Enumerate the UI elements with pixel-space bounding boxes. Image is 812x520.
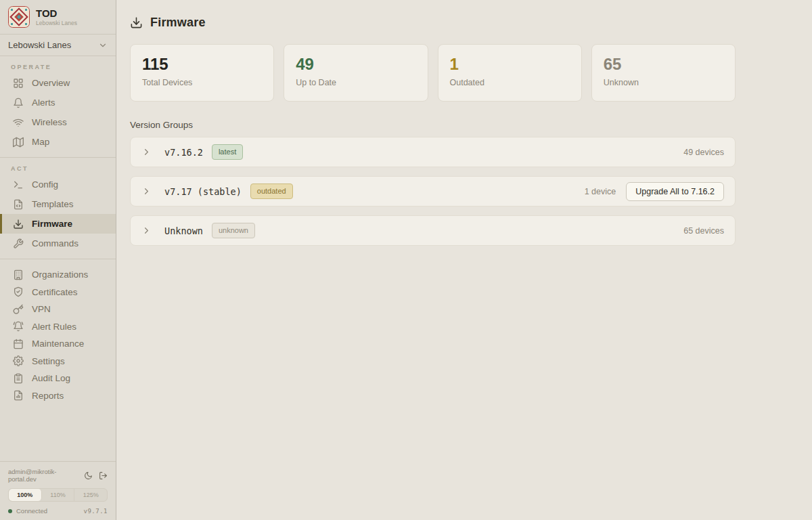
- version-groups-list: v7.16.2 latest 49 devices v7.17 (stable)…: [130, 137, 736, 246]
- download-icon: [130, 16, 143, 29]
- building-icon: [13, 269, 24, 280]
- version-group-row[interactable]: v7.17 (stable) outdated 1 device Upgrade…: [130, 176, 736, 207]
- stat-label: Unknown: [604, 78, 723, 87]
- sidebar-item-vpn[interactable]: VPN: [0, 301, 116, 318]
- chevron-right-icon[interactable]: [141, 186, 152, 196]
- main-content: Firmware 115 Total Devices 49 Up to Date…: [116, 0, 812, 520]
- sidebar-item-organizations[interactable]: Organizations: [0, 266, 116, 284]
- user-email: admin@mikrotik-portal.dev: [8, 468, 78, 483]
- ui-zoom-control: 100% 110% 125%: [8, 488, 108, 502]
- sidebar-item-templates[interactable]: Templates: [0, 194, 116, 214]
- device-count: 1 device: [585, 187, 616, 196]
- sidebar-item-label: Firmware: [32, 219, 72, 229]
- status-badge: outdated: [250, 183, 293, 198]
- bell-icon: [13, 98, 24, 108]
- sidebar-item-label: Alerts: [32, 98, 55, 108]
- sidebar-item-maintenance[interactable]: Maintenance: [0, 335, 116, 353]
- grid-icon: [13, 78, 24, 89]
- file-code-icon: [13, 199, 24, 210]
- sidebar-item-label: Certificates: [32, 287, 78, 297]
- app-logo: TOD Lebowski Lanes: [0, 0, 116, 34]
- sidebar-item-audit-log[interactable]: Audit Log: [0, 370, 116, 387]
- stat-value: 49: [296, 55, 415, 74]
- section-label-operate: OPERATE: [0, 56, 116, 73]
- app-title: TOD: [36, 7, 77, 19]
- nav-group-act: Config Templates Firmware Commands: [0, 175, 116, 259]
- sidebar-item-label: Maintenance: [32, 339, 84, 349]
- download-icon: [13, 219, 24, 230]
- gear-icon: [13, 355, 24, 366]
- sidebar-item-alert-rules[interactable]: Alert Rules: [0, 318, 116, 336]
- logout-icon[interactable]: [99, 471, 108, 480]
- sidebar-item-certificates[interactable]: Certificates: [0, 284, 116, 301]
- sidebar-item-wireless[interactable]: Wireless: [0, 112, 116, 132]
- stats-grid: 115 Total Devices 49 Up to Date 1 Outdat…: [130, 44, 736, 102]
- page-title: Firmware: [150, 16, 206, 30]
- sidebar-item-label: Settings: [32, 356, 65, 366]
- section-label-act: ACT: [0, 158, 116, 175]
- file-chart-icon: [13, 390, 24, 401]
- shield-check-icon: [13, 286, 24, 297]
- org-selector-value: Lebowski Lanes: [8, 40, 71, 50]
- zoom-option-110[interactable]: 110%: [42, 489, 75, 501]
- stat-card-unknown: 65 Unknown: [591, 44, 736, 102]
- sidebar-item-label: Audit Log: [32, 373, 70, 383]
- stat-card-outdated: 1 Outdated: [438, 44, 582, 102]
- stat-card-total-devices: 115 Total Devices: [130, 44, 274, 102]
- moon-icon[interactable]: [84, 471, 93, 480]
- zoom-option-100[interactable]: 100%: [9, 489, 42, 501]
- sidebar-item-commands[interactable]: Commands: [0, 234, 116, 253]
- upgrade-all-button[interactable]: Upgrade All to 7.16.2: [626, 182, 724, 201]
- stat-value: 65: [604, 55, 723, 74]
- sidebar-item-label: Wireless: [32, 117, 67, 127]
- stat-value: 1: [450, 55, 570, 74]
- sidebar-item-label: Overview: [32, 78, 70, 88]
- sidebar-item-label: Commands: [32, 238, 78, 248]
- version-group-row[interactable]: v7.16.2 latest 49 devices: [130, 137, 736, 167]
- status-badge: unknown: [212, 223, 255, 238]
- sidebar-item-label: Map: [32, 137, 49, 147]
- sidebar-item-firmware[interactable]: Firmware: [0, 214, 116, 234]
- app-version: v9.7.1: [83, 508, 108, 515]
- app-subtitle: Lebowski Lanes: [36, 20, 77, 26]
- chevron-right-icon[interactable]: [141, 225, 152, 236]
- clipboard-icon: [13, 373, 24, 384]
- sidebar-item-settings[interactable]: Settings: [0, 353, 116, 370]
- version-label: v7.16.2: [164, 147, 203, 158]
- zoom-option-125[interactable]: 125%: [74, 489, 107, 501]
- device-count: 65 devices: [683, 226, 724, 236]
- org-selector[interactable]: Lebowski Lanes: [0, 35, 116, 56]
- sidebar-item-reports[interactable]: Reports: [0, 387, 116, 405]
- nav-group-admin: Organizations Certificates VPN Alert Rul…: [0, 259, 116, 410]
- wrench-icon: [13, 238, 24, 249]
- version-group-row[interactable]: Unknown unknown 65 devices: [130, 215, 736, 246]
- sidebar-item-label: Organizations: [32, 269, 88, 280]
- sidebar-item-label: Reports: [32, 391, 64, 401]
- sidebar-item-overview[interactable]: Overview: [0, 73, 116, 93]
- stat-label: Outdated: [450, 78, 570, 87]
- version-label: Unknown: [164, 225, 203, 236]
- terminal-icon: [13, 179, 24, 190]
- tribal-diamond-logo-icon: [8, 6, 30, 28]
- calendar-icon: [13, 339, 24, 349]
- stat-card-up-to-date: 49 Up to Date: [284, 44, 428, 102]
- sidebar-item-config[interactable]: Config: [0, 175, 116, 194]
- sidebar-item-label: Alert Rules: [32, 322, 76, 332]
- sidebar-item-label: Config: [32, 179, 58, 190]
- status-badge: latest: [212, 144, 243, 159]
- wifi-icon: [13, 117, 24, 128]
- sidebar-item-map[interactable]: Map: [0, 132, 116, 152]
- page-header: Firmware: [130, 16, 736, 30]
- stat-label: Up to Date: [296, 78, 415, 87]
- stat-label: Total Devices: [142, 78, 262, 87]
- version-groups-heading: Version Groups: [130, 120, 736, 130]
- key-icon: [13, 304, 24, 315]
- connection-status-dot: [8, 509, 12, 513]
- nav-group-operate: Overview Alerts Wireless Map: [0, 73, 116, 157]
- sidebar-footer: admin@mikrotik-portal.dev 100% 110% 125%…: [0, 461, 116, 520]
- chevron-right-icon[interactable]: [141, 147, 152, 157]
- sidebar: TOD Lebowski Lanes Lebowski Lanes OPERAT…: [0, 0, 116, 520]
- sidebar-item-alerts[interactable]: Alerts: [0, 93, 116, 112]
- device-count: 49 devices: [683, 148, 724, 157]
- version-label: v7.17 (stable): [164, 186, 242, 197]
